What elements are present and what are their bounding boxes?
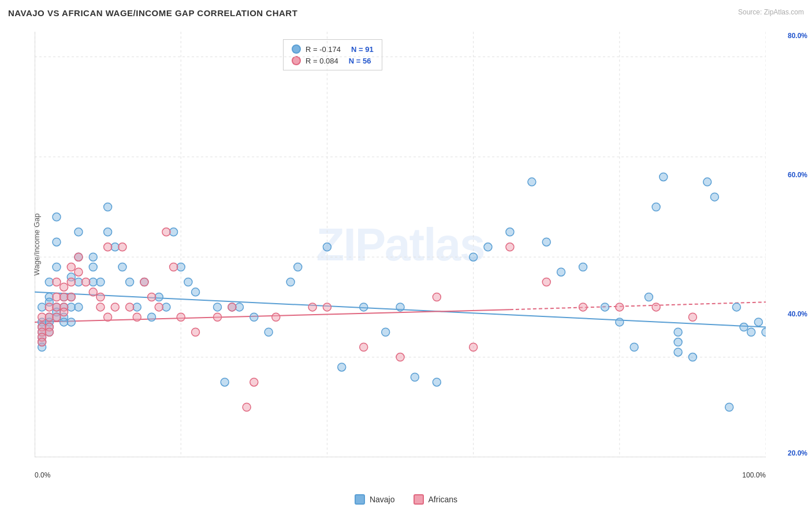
svg-point-78 bbox=[396, 303, 404, 311]
svg-point-160 bbox=[652, 303, 660, 311]
svg-point-153 bbox=[396, 353, 404, 361]
svg-point-140 bbox=[155, 303, 163, 311]
svg-point-74 bbox=[323, 243, 331, 251]
svg-point-141 bbox=[162, 228, 170, 236]
svg-point-91 bbox=[645, 293, 653, 301]
svg-point-156 bbox=[506, 243, 514, 251]
svg-point-94 bbox=[674, 328, 682, 336]
svg-point-139 bbox=[148, 293, 156, 301]
svg-point-76 bbox=[360, 303, 368, 311]
svg-point-158 bbox=[579, 303, 587, 311]
scatter-plot bbox=[35, 32, 766, 457]
svg-point-100 bbox=[725, 403, 733, 411]
svg-point-84 bbox=[528, 178, 536, 186]
svg-point-31 bbox=[53, 238, 61, 246]
svg-point-66 bbox=[214, 303, 222, 311]
svg-point-47 bbox=[75, 303, 83, 311]
svg-point-16 bbox=[38, 303, 46, 311]
bottom-navajo-swatch bbox=[355, 494, 365, 505]
svg-point-32 bbox=[53, 263, 61, 271]
svg-point-23 bbox=[45, 278, 53, 286]
svg-point-130 bbox=[96, 293, 105, 301]
svg-point-99 bbox=[710, 193, 718, 201]
bottom-legend-navajo: Navajo bbox=[355, 494, 395, 505]
svg-point-50 bbox=[89, 278, 97, 286]
svg-point-55 bbox=[118, 263, 126, 271]
svg-point-131 bbox=[96, 303, 105, 311]
svg-point-42 bbox=[67, 303, 75, 311]
svg-point-118 bbox=[53, 313, 61, 321]
svg-point-152 bbox=[360, 343, 368, 351]
svg-point-90 bbox=[630, 343, 638, 351]
svg-point-70 bbox=[250, 313, 258, 321]
chart-title: NAVAJO VS AFRICAN WAGE/INCOME GAP CORREL… bbox=[8, 8, 297, 18]
svg-point-51 bbox=[96, 278, 105, 286]
svg-point-146 bbox=[228, 303, 236, 311]
svg-point-52 bbox=[104, 203, 112, 211]
svg-point-159 bbox=[616, 303, 624, 311]
svg-point-30 bbox=[53, 213, 61, 221]
svg-point-125 bbox=[67, 293, 75, 301]
plot-area: ZIPatlas bbox=[35, 32, 766, 457]
svg-point-87 bbox=[579, 263, 587, 271]
svg-point-56 bbox=[126, 278, 134, 286]
svg-point-119 bbox=[60, 283, 68, 291]
y-axis-right-labels: 80.0% 60.0% 40.0% 20.0% bbox=[788, 32, 807, 457]
svg-point-85 bbox=[542, 238, 550, 246]
svg-point-115 bbox=[53, 278, 61, 286]
svg-point-129 bbox=[89, 288, 97, 296]
svg-point-151 bbox=[323, 303, 331, 311]
svg-point-57 bbox=[133, 303, 141, 311]
svg-point-59 bbox=[148, 313, 156, 321]
svg-point-54 bbox=[111, 243, 119, 251]
svg-point-112 bbox=[45, 313, 53, 321]
svg-point-149 bbox=[272, 313, 280, 321]
bottom-legend-africans: Africans bbox=[414, 494, 458, 505]
svg-point-148 bbox=[250, 378, 258, 386]
svg-point-46 bbox=[75, 278, 83, 286]
source-label: Source: ZipAtlas.com bbox=[738, 8, 804, 16]
bottom-africans-swatch bbox=[414, 494, 424, 505]
svg-point-64 bbox=[184, 278, 192, 286]
svg-point-145 bbox=[214, 313, 222, 321]
svg-point-144 bbox=[192, 328, 200, 336]
svg-point-71 bbox=[265, 328, 273, 336]
svg-point-102 bbox=[740, 323, 748, 331]
svg-point-143 bbox=[177, 313, 185, 321]
svg-point-114 bbox=[45, 328, 53, 336]
svg-point-123 bbox=[67, 263, 75, 271]
svg-point-67 bbox=[221, 378, 229, 386]
svg-point-124 bbox=[67, 278, 75, 286]
svg-point-110 bbox=[38, 338, 46, 346]
svg-point-138 bbox=[140, 278, 148, 286]
svg-point-154 bbox=[433, 293, 441, 301]
svg-point-98 bbox=[703, 178, 712, 186]
svg-point-122 bbox=[60, 308, 68, 316]
svg-point-43 bbox=[67, 318, 75, 326]
svg-point-134 bbox=[111, 303, 119, 311]
svg-point-73 bbox=[294, 263, 302, 271]
svg-point-88 bbox=[601, 303, 609, 311]
svg-point-111 bbox=[45, 303, 53, 311]
svg-point-93 bbox=[660, 173, 668, 181]
svg-point-96 bbox=[674, 348, 682, 356]
svg-point-126 bbox=[75, 253, 83, 261]
svg-point-137 bbox=[133, 313, 141, 321]
svg-point-82 bbox=[484, 243, 492, 251]
svg-point-61 bbox=[162, 303, 170, 311]
svg-point-104 bbox=[754, 318, 762, 326]
svg-point-44 bbox=[75, 228, 83, 236]
svg-line-15 bbox=[510, 302, 766, 309]
svg-point-75 bbox=[338, 363, 346, 371]
bottom-africans-label: Africans bbox=[429, 495, 458, 504]
svg-point-116 bbox=[53, 293, 61, 301]
svg-point-157 bbox=[542, 278, 550, 286]
svg-point-80 bbox=[433, 378, 441, 386]
svg-point-136 bbox=[126, 303, 134, 311]
svg-point-72 bbox=[286, 278, 295, 286]
svg-point-106 bbox=[38, 313, 46, 321]
svg-point-161 bbox=[688, 313, 696, 321]
svg-point-133 bbox=[104, 313, 112, 321]
svg-point-147 bbox=[243, 403, 251, 411]
svg-point-95 bbox=[674, 338, 682, 346]
